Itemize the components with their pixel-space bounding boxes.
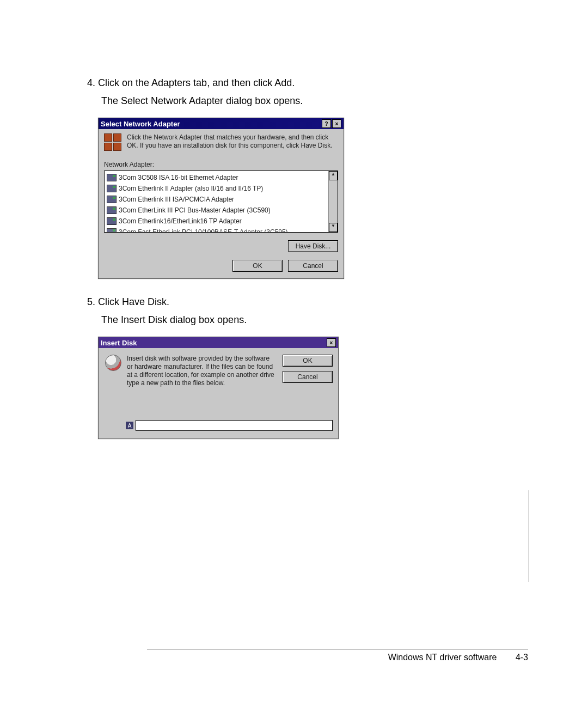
dialog-body: Insert disk with software provided by th… — [99, 348, 338, 439]
page-rule — [529, 490, 529, 582]
dialog-title: Select Network Adapter — [101, 120, 321, 128]
dialog-description: Click the Network Adapter that matches y… — [127, 133, 338, 150]
ok-button[interactable]: OK — [232, 260, 283, 272]
disk-icon — [105, 355, 121, 371]
adapter-icon — [107, 228, 117, 233]
cancel-button[interactable]: Cancel — [283, 371, 333, 383]
list-item[interactable]: 3Com EtherLink III PCI Bus-Master Adapte… — [107, 205, 338, 216]
select-network-adapter-dialog: Select Network Adapter ? × Click the Net… — [98, 118, 344, 279]
list-item[interactable]: 3Com 3C508 ISA 16-bit Ethernet Adapter — [107, 172, 338, 183]
step-5: 5. Click Have Disk. — [87, 295, 523, 309]
scroll-up-button[interactable]: ▲ — [329, 171, 338, 180]
list-item[interactable]: 3Com Etherlink16/EtherLink16 TP Adapter — [107, 216, 338, 227]
have-disk-button[interactable]: Have Disk... — [288, 240, 338, 252]
list-item-label: 3Com Etherlink16/EtherLink16 TP Adapter — [119, 217, 242, 225]
list-item[interactable]: 3Com Etherlink III ISA/PCMCIA Adapter — [107, 194, 338, 205]
footer-text: Windows NT driver software — [388, 653, 497, 662]
adapter-icon — [107, 196, 117, 203]
adapter-icon — [107, 185, 117, 192]
page-footer: Windows NT driver software 4-3 — [147, 649, 528, 662]
manual-page: 4. Click on the Adapters tab, and then c… — [0, 0, 588, 706]
adapter-icon — [107, 206, 117, 214]
dialog-body: Click the Network Adapter that matches y… — [99, 129, 344, 278]
insert-disk-dialog: Insert Disk × Insert disk with software … — [98, 337, 339, 439]
drive-a-icon: A — [126, 422, 133, 429]
dialog-titlebar: Insert Disk × — [99, 337, 338, 348]
scroll-down-button[interactable]: ▼ — [329, 223, 338, 232]
vertical-scrollbar[interactable]: ▲ ▼ — [328, 171, 338, 232]
dialog-titlebar: Select Network Adapter ? × — [99, 118, 344, 129]
list-item-label: 3Com Etherlink II Adapter (also II/16 an… — [119, 185, 263, 192]
dialog-message: Insert disk with software provided by th… — [127, 355, 277, 387]
adapter-listbox[interactable]: 3Com 3C508 ISA 16-bit Ethernet Adapter 3… — [104, 171, 338, 233]
ok-button[interactable]: OK — [283, 355, 333, 367]
list-label: Network Adapter: — [104, 161, 338, 168]
adapter-icon — [107, 217, 117, 225]
adapter-icon — [107, 174, 117, 181]
list-item-label: 3Com EtherLink III PCI Bus-Master Adapte… — [119, 206, 271, 214]
path-input[interactable] — [136, 420, 333, 431]
step-4: 4. Click on the Adapters tab, and then c… — [87, 76, 523, 90]
close-button[interactable]: × — [327, 338, 336, 347]
cancel-button[interactable]: Cancel — [288, 260, 338, 272]
list-item-label: 3Com 3C508 ISA 16-bit Ethernet Adapter — [119, 174, 238, 181]
list-item[interactable]: 3Com Etherlink II Adapter (also II/16 an… — [107, 183, 338, 194]
step-4-explain: The Select Network Adapter dialog box op… — [101, 95, 523, 107]
dialog-title: Insert Disk — [101, 339, 326, 347]
page-number: 4-3 — [516, 653, 528, 662]
help-button[interactable]: ? — [322, 119, 331, 128]
step-5-explain: The Insert Disk dialog box opens. — [101, 314, 523, 326]
list-item-label: 3Com Fast EtherLink PCI 10/100BASE-T Ada… — [119, 228, 288, 233]
list-item[interactable]: 3Com Fast EtherLink PCI 10/100BASE-T Ada… — [107, 227, 338, 233]
close-button[interactable]: × — [332, 119, 341, 128]
list-item-label: 3Com Etherlink III ISA/PCMCIA Adapter — [119, 196, 234, 203]
network-adapter-icon — [104, 133, 121, 151]
